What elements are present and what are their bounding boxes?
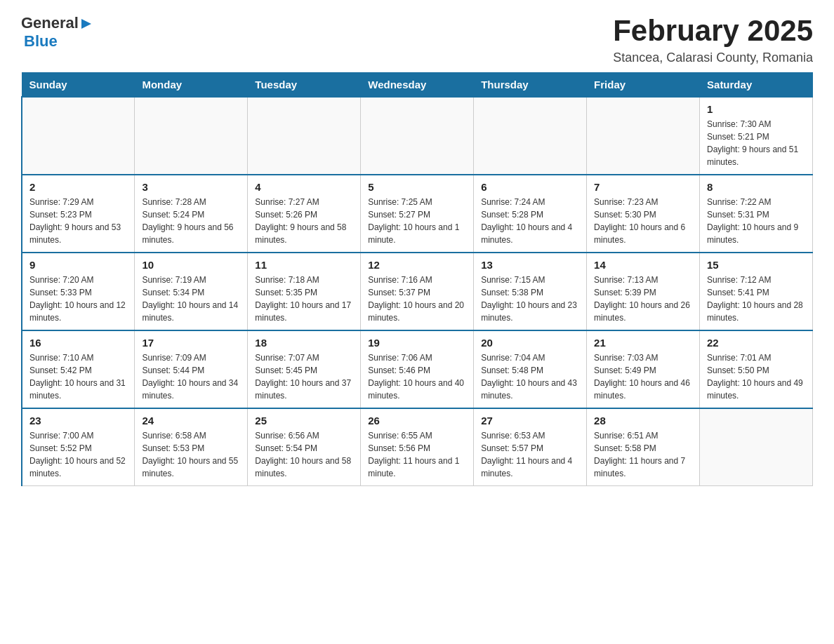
calendar-header-wednesday: Wednesday (361, 73, 474, 98)
calendar-cell: 2Sunrise: 7:29 AMSunset: 5:23 PMDaylight… (22, 175, 135, 253)
calendar-cell (22, 97, 135, 175)
day-info: Sunrise: 7:04 AMSunset: 5:48 PMDaylight:… (481, 351, 579, 402)
calendar-cell: 6Sunrise: 7:24 AMSunset: 5:28 PMDaylight… (474, 175, 587, 253)
calendar-cell: 18Sunrise: 7:07 AMSunset: 5:45 PMDayligh… (248, 330, 361, 408)
calendar-cell: 27Sunrise: 6:53 AMSunset: 5:57 PMDayligh… (474, 408, 587, 486)
calendar-cell (700, 408, 813, 486)
day-number: 7 (594, 181, 692, 193)
calendar-header-row: SundayMondayTuesdayWednesdayThursdayFrid… (22, 73, 813, 98)
calendar-header-tuesday: Tuesday (248, 73, 361, 98)
page-header: General Blue February 2025 Stancea, Cala… (21, 14, 813, 65)
calendar-cell: 1Sunrise: 7:30 AMSunset: 5:21 PMDaylight… (700, 97, 813, 175)
calendar-cell: 23Sunrise: 7:00 AMSunset: 5:52 PMDayligh… (22, 408, 135, 486)
day-info: Sunrise: 7:16 AMSunset: 5:37 PMDaylight:… (368, 274, 466, 324)
calendar-cell: 9Sunrise: 7:20 AMSunset: 5:33 PMDaylight… (22, 253, 135, 330)
day-number: 17 (142, 337, 240, 349)
day-number: 20 (481, 337, 579, 349)
day-info: Sunrise: 7:30 AMSunset: 5:21 PMDaylight:… (707, 118, 805, 168)
day-info: Sunrise: 7:09 AMSunset: 5:44 PMDaylight:… (142, 351, 240, 402)
calendar-cell: 4Sunrise: 7:27 AMSunset: 5:26 PMDaylight… (248, 175, 361, 253)
day-info: Sunrise: 7:24 AMSunset: 5:28 PMDaylight:… (481, 196, 579, 246)
day-number: 22 (707, 337, 805, 349)
calendar-cell: 28Sunrise: 6:51 AMSunset: 5:58 PMDayligh… (587, 408, 700, 486)
day-number: 24 (142, 415, 240, 427)
day-number: 11 (255, 259, 353, 271)
day-number: 26 (368, 415, 466, 427)
calendar-cell (474, 97, 587, 175)
calendar-header-thursday: Thursday (474, 73, 587, 98)
calendar-header-saturday: Saturday (700, 73, 813, 98)
day-number: 16 (29, 337, 127, 349)
day-info: Sunrise: 6:55 AMSunset: 5:56 PMDaylight:… (368, 429, 466, 480)
day-info: Sunrise: 7:07 AMSunset: 5:45 PMDaylight:… (255, 351, 353, 402)
calendar-cell: 12Sunrise: 7:16 AMSunset: 5:37 PMDayligh… (361, 253, 474, 330)
day-info: Sunrise: 6:58 AMSunset: 5:53 PMDaylight:… (142, 429, 240, 480)
day-info: Sunrise: 7:10 AMSunset: 5:42 PMDaylight:… (29, 351, 127, 402)
day-number: 27 (481, 415, 579, 427)
calendar-header-sunday: Sunday (22, 73, 135, 98)
calendar-cell: 13Sunrise: 7:15 AMSunset: 5:38 PMDayligh… (474, 253, 587, 330)
day-info: Sunrise: 7:28 AMSunset: 5:24 PMDaylight:… (142, 196, 240, 246)
calendar-cell: 19Sunrise: 7:06 AMSunset: 5:46 PMDayligh… (361, 330, 474, 408)
calendar-cell: 15Sunrise: 7:12 AMSunset: 5:41 PMDayligh… (700, 253, 813, 330)
day-info: Sunrise: 6:53 AMSunset: 5:57 PMDaylight:… (481, 429, 579, 480)
day-number: 25 (255, 415, 353, 427)
day-info: Sunrise: 7:12 AMSunset: 5:41 PMDaylight:… (707, 274, 805, 324)
logo: General Blue (21, 14, 93, 51)
day-number: 13 (481, 259, 579, 271)
day-info: Sunrise: 7:19 AMSunset: 5:34 PMDaylight:… (142, 274, 240, 324)
calendar-cell: 8Sunrise: 7:22 AMSunset: 5:31 PMDaylight… (700, 175, 813, 253)
day-number: 9 (29, 259, 127, 271)
calendar-cell: 17Sunrise: 7:09 AMSunset: 5:44 PMDayligh… (135, 330, 248, 408)
day-info: Sunrise: 7:01 AMSunset: 5:50 PMDaylight:… (707, 351, 805, 402)
page-subtitle: Stancea, Calarasi County, Romania (613, 51, 813, 65)
calendar-cell: 24Sunrise: 6:58 AMSunset: 5:53 PMDayligh… (135, 408, 248, 486)
calendar-cell: 25Sunrise: 6:56 AMSunset: 5:54 PMDayligh… (248, 408, 361, 486)
calendar-cell: 16Sunrise: 7:10 AMSunset: 5:42 PMDayligh… (22, 330, 135, 408)
calendar-week-row: 16Sunrise: 7:10 AMSunset: 5:42 PMDayligh… (22, 330, 813, 408)
day-info: Sunrise: 7:00 AMSunset: 5:52 PMDaylight:… (29, 429, 127, 480)
day-info: Sunrise: 7:06 AMSunset: 5:46 PMDaylight:… (368, 351, 466, 402)
day-info: Sunrise: 7:22 AMSunset: 5:31 PMDaylight:… (707, 196, 805, 246)
day-info: Sunrise: 7:20 AMSunset: 5:33 PMDaylight:… (29, 274, 127, 324)
day-info: Sunrise: 7:15 AMSunset: 5:38 PMDaylight:… (481, 274, 579, 324)
day-info: Sunrise: 7:13 AMSunset: 5:39 PMDaylight:… (594, 274, 692, 324)
page-title: February 2025 (613, 14, 813, 48)
day-number: 19 (368, 337, 466, 349)
day-number: 18 (255, 337, 353, 349)
day-info: Sunrise: 7:25 AMSunset: 5:27 PMDaylight:… (368, 196, 466, 246)
calendar-cell: 22Sunrise: 7:01 AMSunset: 5:50 PMDayligh… (700, 330, 813, 408)
calendar-cell: 21Sunrise: 7:03 AMSunset: 5:49 PMDayligh… (587, 330, 700, 408)
calendar-cell (248, 97, 361, 175)
day-number: 4 (255, 181, 353, 193)
calendar-week-row: 2Sunrise: 7:29 AMSunset: 5:23 PMDaylight… (22, 175, 813, 253)
calendar-cell (587, 97, 700, 175)
logo-general-text: General (21, 14, 79, 32)
day-number: 3 (142, 181, 240, 193)
calendar-week-row: 9Sunrise: 7:20 AMSunset: 5:33 PMDaylight… (22, 253, 813, 330)
calendar-table: SundayMondayTuesdayWednesdayThursdayFrid… (21, 72, 813, 486)
day-number: 12 (368, 259, 466, 271)
day-number: 15 (707, 259, 805, 271)
calendar-cell: 11Sunrise: 7:18 AMSunset: 5:35 PMDayligh… (248, 253, 361, 330)
day-info: Sunrise: 7:18 AMSunset: 5:35 PMDaylight:… (255, 274, 353, 324)
calendar-header-monday: Monday (135, 73, 248, 98)
day-info: Sunrise: 7:29 AMSunset: 5:23 PMDaylight:… (29, 196, 127, 246)
day-info: Sunrise: 7:03 AMSunset: 5:49 PMDaylight:… (594, 351, 692, 402)
day-number: 28 (594, 415, 692, 427)
day-info: Sunrise: 7:27 AMSunset: 5:26 PMDaylight:… (255, 196, 353, 246)
day-number: 8 (707, 181, 805, 193)
day-info: Sunrise: 6:56 AMSunset: 5:54 PMDaylight:… (255, 429, 353, 480)
calendar-header-friday: Friday (587, 73, 700, 98)
calendar-cell: 14Sunrise: 7:13 AMSunset: 5:39 PMDayligh… (587, 253, 700, 330)
calendar-cell (135, 97, 248, 175)
day-number: 1 (707, 103, 805, 115)
day-number: 5 (368, 181, 466, 193)
logo-arrow-icon (80, 18, 93, 30)
title-block: February 2025 Stancea, Calarasi County, … (613, 14, 813, 65)
calendar-cell: 20Sunrise: 7:04 AMSunset: 5:48 PMDayligh… (474, 330, 587, 408)
day-number: 14 (594, 259, 692, 271)
day-number: 10 (142, 259, 240, 271)
day-number: 2 (29, 181, 127, 193)
day-number: 23 (29, 415, 127, 427)
